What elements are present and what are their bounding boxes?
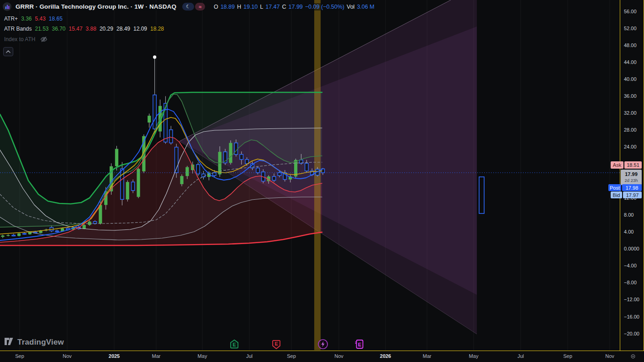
price-tick-label: 56.00 [624, 9, 637, 14]
tradingview-watermark[interactable]: TradingView [4, 336, 64, 348]
time-tick-month: Jul [517, 353, 524, 359]
ohlc-label: C [282, 4, 286, 10]
time-tick-month: Mar [423, 353, 432, 359]
ohlc-values-row: O18.89H19.10L17.47C17.99−0.09 (−0.50%)Vo… [212, 3, 376, 11]
symbol-header-row: GRRR · Gorilla Technology Group Inc. · 1… [3, 2, 376, 11]
time-tick-month: Sep [563, 353, 572, 359]
earnings-beat-marker-icon[interactable]: E [229, 339, 239, 351]
ohlc-label: Vol [347, 4, 354, 10]
candle-down [278, 173, 281, 176]
candle-down [23, 234, 26, 234]
time-tick-month: Nov [63, 353, 72, 359]
symbol-logo-icon [3, 2, 11, 11]
indicator-value: 28.49 [116, 26, 130, 32]
indicator-value: 36.70 [52, 26, 66, 32]
svg-text:E: E [274, 341, 278, 346]
symbol-title[interactable]: GRRR · Gorilla Technology Group Inc. · 1… [14, 3, 178, 11]
lightning-event-marker-icon[interactable] [317, 339, 328, 351]
price-tick-label: 36.00 [624, 93, 637, 99]
tradingview-logo-icon [4, 336, 15, 348]
ohlc-label: O [214, 4, 218, 10]
axis-settings-icon[interactable] [628, 351, 639, 361]
time-axis[interactable]: SepNov2025MarMayJulSepNov2026MarMayJulSe… [0, 351, 644, 362]
last-price-countdown: 17.992d 23h [621, 170, 642, 185]
price-tick-label: 8.00 [624, 212, 633, 218]
candle-down [12, 235, 15, 236]
svg-text:E: E [232, 342, 236, 347]
candle-up [99, 205, 102, 224]
price-chart-canvas[interactable] [0, 0, 644, 362]
ohlc-label: L [260, 4, 263, 10]
time-tick-month: May [469, 353, 479, 359]
price-tick-label: 4.00 [624, 229, 633, 234]
candle-up [6, 235, 10, 236]
indicator-row-atr-bands[interactable]: ATR Bands21.5336.7015.473.8820.2928.4912… [3, 25, 165, 32]
time-tick-month: Nov [605, 353, 614, 359]
eye-off-icon[interactable] [40, 36, 48, 43]
ohlc-value: 18.89 [221, 4, 235, 10]
candle-down [153, 95, 156, 129]
price-tick-label: 0.0000 [624, 246, 639, 251]
indicator-row-atr-plus[interactable]: ATR+3.365.4318.65 [3, 15, 64, 22]
time-tick-month: Sep [287, 353, 296, 359]
indicator-value: 18.28 [150, 26, 164, 32]
candle-up [83, 225, 86, 229]
candle-up [148, 116, 151, 122]
indicator-value: 18.65 [49, 16, 63, 22]
price-tick-label: −16.00 [624, 314, 639, 319]
price-tick-label: 48.00 [624, 43, 637, 48]
price-tick-label: 44.00 [624, 59, 637, 65]
price-tick-label: −20.00 [624, 331, 639, 336]
indicator-value: 21.53 [35, 26, 48, 32]
time-tick-month: Nov [334, 353, 343, 359]
ohlc-value: 19.10 [243, 4, 258, 10]
legend-collapse-button[interactable] [3, 47, 13, 56]
price-tick-label: 28.00 [624, 127, 637, 133]
indicator-value: 12.09 [133, 26, 147, 32]
earnings-miss-marker-icon[interactable]: E [271, 340, 281, 351]
candle-down [240, 154, 243, 160]
candle-up [115, 149, 118, 166]
price-tick-label: −4.00 [624, 263, 637, 268]
tradingview-chart-app: GRRR · Gorilla Technology Group Inc. · 1… [0, 0, 644, 362]
post-price: 17.98 [622, 184, 642, 191]
ohlc-label: H [237, 4, 241, 10]
indicator-value: 15.47 [69, 26, 83, 32]
indicator-label: ATR Bands [4, 26, 32, 32]
market-session-moon-icon[interactable]: ☾ [182, 3, 194, 11]
candle-up [1, 235, 4, 237]
candle-down [55, 231, 58, 232]
price-tick-label: 40.00 [624, 76, 637, 82]
candle-up [180, 176, 183, 184]
ohlc-value: −0.09 (−0.50%) [305, 4, 344, 10]
time-tick-month: May [198, 353, 207, 359]
ohlc-value: 3.06 M [357, 4, 374, 10]
candle-up [185, 167, 189, 176]
svg-text:E: E [358, 342, 361, 347]
time-tick-year: 2026 [380, 353, 391, 359]
candle-up [137, 169, 140, 197]
price-tick-label: −12.00 [624, 297, 639, 302]
all-time-high-dot [153, 55, 156, 59]
ohlc-value: 17.99 [289, 4, 303, 10]
candle-down [132, 182, 135, 191]
price-tick-label: 32.00 [624, 110, 637, 116]
indicator-value: 3.88 [86, 26, 96, 32]
price-tick-label: 24.00 [624, 144, 637, 149]
post-market-status-icon[interactable]: ≈ [195, 3, 205, 11]
ohlc-value: 17.47 [265, 4, 280, 10]
candle-down [305, 163, 308, 171]
indicator-row-index-to-ath[interactable]: Index to ATH [3, 36, 49, 43]
time-tick-month: Sep [15, 353, 24, 359]
bid-label: Bid [611, 192, 622, 198]
indicator-value: 20.29 [100, 26, 113, 32]
candle-up [17, 234, 21, 236]
projection-bar-outline [479, 177, 484, 213]
post-label: Post [608, 184, 621, 191]
price-tick-label: −8.00 [624, 280, 637, 285]
ask-price: 18.51 [624, 161, 642, 169]
future-earnings-marker-icon[interactable]: E [352, 339, 364, 351]
candle-down [202, 174, 205, 177]
candle-down [256, 168, 259, 173]
ask-label: Ask [611, 161, 623, 169]
